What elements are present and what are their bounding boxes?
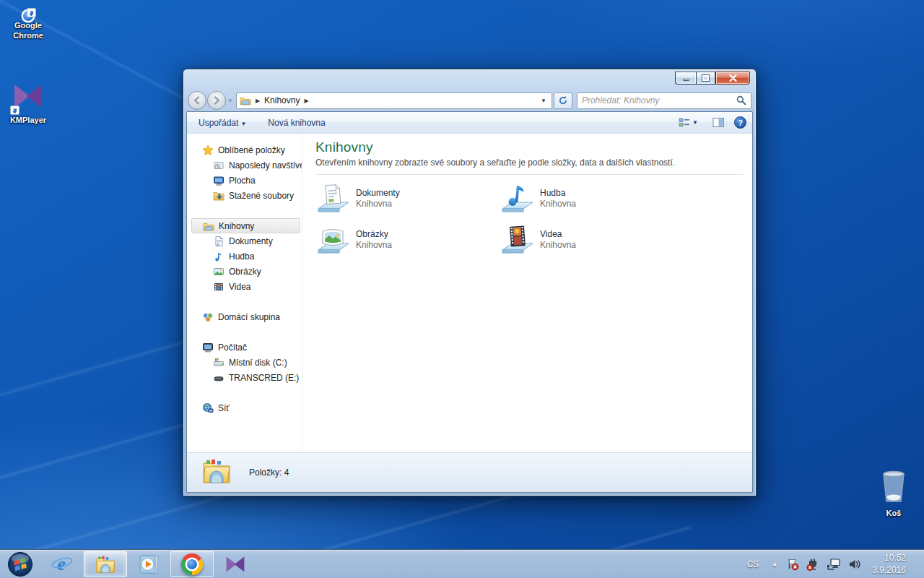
sidebar-item-desktop[interactable]: Plocha [187, 173, 302, 188]
library-item-documents[interactable]: Dokumenty Knihovna [315, 181, 500, 215]
taskbar-button-windows-media-player[interactable] [127, 550, 170, 578]
taskbar-button-chrome[interactable] [170, 551, 214, 577]
desktop-icon-label: KMPlayer [1, 116, 55, 126]
maximize-button[interactable] [696, 72, 715, 85]
change-view-button[interactable]: ▼ [675, 115, 702, 130]
organize-button[interactable]: Uspořádat▼ [193, 115, 252, 131]
libraries-folder-icon [240, 95, 251, 106]
forward-button[interactable] [207, 91, 226, 110]
address-bar[interactable]: ▶ Knihovny ▶ ▼ [236, 92, 552, 109]
sidebar-item-label: Knihovny [219, 221, 254, 231]
music-note-icon [213, 251, 225, 262]
kmplayer-icon [12, 82, 45, 113]
sidebar-item-favorites[interactable]: Oblíbené položky [187, 142, 302, 158]
picture-icon [213, 266, 225, 277]
sidebar-item-network[interactable]: Síť [187, 400, 302, 415]
power-plug-icon[interactable] [803, 558, 823, 571]
chevron-down-icon: ▼ [692, 119, 698, 126]
sidebar-item-transcred-e[interactable]: TRANSCRED (E:) [187, 370, 302, 385]
network-globe-icon [202, 402, 214, 414]
window-titlebar[interactable] [186, 69, 753, 90]
desktop-icon-label: Google Chrome [1, 21, 55, 41]
minimize-button[interactable] [675, 72, 696, 85]
sidebar-item-music[interactable]: Hudba [187, 249, 302, 264]
desktop-monitor-icon [213, 175, 225, 186]
taskbar-button-internet-explorer[interactable]: e [40, 550, 84, 578]
refresh-button[interactable] [554, 92, 572, 109]
hard-disk-icon [213, 357, 225, 368]
help-icon: ? [738, 118, 743, 127]
document-icon [213, 236, 225, 247]
close-button[interactable] [715, 72, 750, 85]
sidebar-item-label: TRANSCRED (E:) [229, 373, 299, 383]
clock[interactable]: 10:52 3.9.2016 [865, 552, 915, 575]
content-pane: Knihovny Otevřením knihovny zobrazte své… [302, 134, 752, 452]
sidebar-item-homegroup[interactable]: Domácí skupina [187, 309, 302, 324]
help-button[interactable]: ? [734, 116, 746, 129]
sidebar-item-label: Počítač [218, 342, 247, 353]
clock-date: 3.9.2016 [872, 564, 906, 576]
sidebar-item-local-disk-c[interactable]: Místní disk (C:) [187, 355, 302, 370]
refresh-icon [558, 95, 568, 105]
library-item-type: Knihovna [356, 199, 400, 209]
media-player-icon [138, 553, 160, 575]
libraries-folder-icon [203, 220, 214, 232]
libraries-large-icon [201, 457, 232, 488]
page-title: Knihovny [315, 139, 745, 155]
action-center-flag-icon[interactable] [783, 558, 803, 571]
preview-pane-icon [712, 117, 725, 128]
downloads-folder-icon [213, 190, 225, 202]
sidebar-item-documents[interactable]: Dokumenty [187, 233, 302, 249]
documents-library-icon [315, 181, 352, 215]
removable-drive-icon [213, 372, 225, 384]
recent-places-icon [213, 160, 225, 171]
breadcrumb-arrow-icon: ▶ [256, 98, 260, 104]
recent-pages-dropdown[interactable]: ▼ [227, 98, 233, 104]
new-library-button[interactable]: Nová knihovna [262, 115, 331, 131]
sidebar-item-downloads[interactable]: Stažené soubory [187, 188, 302, 203]
library-item-type: Knihovna [540, 240, 576, 250]
sidebar-item-pictures[interactable]: Obrázky [187, 264, 302, 279]
taskbar: e CS ▲ [0, 549, 924, 578]
start-button[interactable] [0, 550, 40, 578]
sidebar-item-label: Stažené soubory [229, 191, 294, 201]
sidebar-item-libraries[interactable]: Knihovny [191, 218, 300, 233]
internet-explorer-icon: e [51, 553, 74, 575]
library-item-music[interactable]: Hudba Knihovna [500, 181, 684, 215]
windows-start-icon [7, 551, 33, 577]
desktop-icon-google-chrome[interactable]: Google Chrome [1, 6, 55, 41]
sidebar-item-videos[interactable]: Videa [187, 279, 302, 294]
maximize-icon [702, 75, 709, 81]
breadcrumb-arrow-icon[interactable]: ▶ [304, 98, 308, 104]
sidebar-item-label: Domácí skupina [218, 312, 280, 322]
taskbar-button-explorer[interactable] [84, 551, 127, 577]
search-icon[interactable] [736, 95, 746, 105]
network-icon[interactable] [823, 558, 845, 571]
shortcut-arrow-icon [27, 8, 36, 17]
preview-pane-button[interactable] [709, 115, 728, 130]
sidebar-item-label: Síť [218, 403, 230, 413]
taskbar-button-kmplayer[interactable] [214, 550, 257, 578]
sidebar-item-label: Plocha [229, 176, 256, 186]
library-item-videos[interactable]: Videa Knihovna [500, 223, 684, 256]
navigation-pane: Oblíbené položky Naposledy navštívené Pl… [187, 134, 302, 452]
views-icon [679, 117, 690, 128]
language-indicator[interactable]: CS [740, 559, 767, 569]
videos-library-icon [500, 223, 536, 256]
library-item-pictures[interactable]: Obrázky Knihovna [315, 223, 500, 256]
explorer-window: ▼ ▶ Knihovny ▶ ▼ Prohledat: Knihovny [183, 69, 757, 496]
sidebar-item-recent-places[interactable]: Naposledy navštívené [187, 158, 302, 173]
svg-text:e: e [57, 553, 66, 574]
search-input[interactable]: Prohledat: Knihovny [577, 92, 751, 109]
show-hidden-icons-button[interactable]: ▲ [766, 561, 783, 567]
breadcrumb-segment[interactable]: Knihovny [264, 95, 300, 105]
address-dropdown-icon[interactable]: ▼ [541, 98, 546, 104]
volume-icon[interactable] [845, 558, 865, 571]
desktop-icon-kmplayer[interactable]: KMPlayer [1, 82, 55, 126]
sidebar-item-label: Dokumenty [229, 236, 273, 246]
library-item-type: Knihovna [540, 199, 576, 209]
sidebar-item-computer[interactable]: Počítač [187, 340, 302, 355]
back-button[interactable] [188, 91, 206, 110]
library-item-name: Obrázky [356, 229, 392, 239]
desktop-icon-recycle-bin[interactable]: Koš [871, 470, 917, 517]
